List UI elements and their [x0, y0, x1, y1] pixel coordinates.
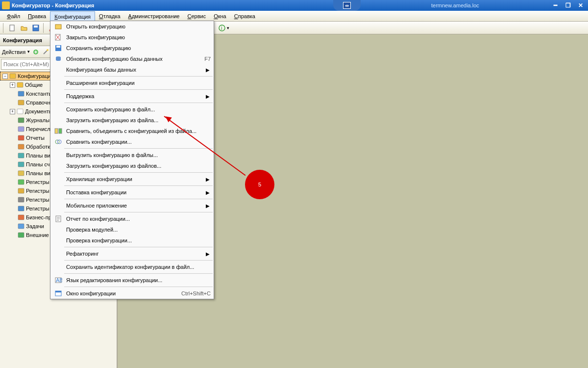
svg-rect-32: [18, 206, 24, 211]
info-button[interactable]: i: [217, 23, 227, 33]
menu-item[interactable]: Загрузить конфигурацию из файла...: [50, 115, 214, 126]
menu-item[interactable]: Сравнить, объединить с конфигурацией из …: [50, 126, 214, 136]
new-file-button[interactable]: [7, 23, 18, 33]
tree-item-label: Конфигурация: [18, 73, 54, 79]
menu-item[interactable]: Сохранить конфигурацию: [50, 43, 214, 53]
menu-item[interactable]: Сохранить конфигурацию в файл...: [50, 104, 214, 115]
tree-item-icon: [17, 213, 25, 221]
menu-отладка[interactable]: Отладка: [95, 11, 124, 21]
svg-text:i: i: [221, 25, 222, 31]
menu-item[interactable]: Окно конфигурацииCtrl+Shift+C: [50, 288, 214, 299]
tree-item-icon: [17, 116, 25, 124]
menu-item-icon: [53, 54, 63, 63]
save-button[interactable]: [30, 23, 41, 33]
menu-item[interactable]: Рефакторинг▶: [50, 248, 214, 259]
pin-icon[interactable]: ⇹: [343, 2, 351, 9]
tree-item-icon: [17, 178, 25, 186]
open-button[interactable]: [19, 23, 29, 33]
tree-item-label: Общие: [25, 82, 43, 88]
menu-item-label: Поставка конфигурации: [66, 189, 211, 195]
menu-item-icon: [53, 263, 63, 271]
menu-справка[interactable]: Справка: [230, 11, 259, 21]
menu-item[interactable]: Мобильное приложение▶: [50, 200, 214, 211]
menu-item-icon: [53, 225, 63, 234]
menu-item-icon: [53, 201, 63, 210]
menu-item-icon: [53, 44, 63, 53]
menu-shortcut: F7: [204, 56, 211, 62]
menu-item-label: Сравнить, объединить с конфигурацией из …: [66, 128, 211, 134]
app-icon: [2, 1, 10, 9]
svg-text:ABC: ABC: [56, 277, 62, 283]
menu-item[interactable]: Поставка конфигурации▶: [50, 187, 214, 198]
menu-item-label: Окно конфигурации: [66, 290, 176, 296]
menu-item-label: Обновить конфигурацию базы данных: [66, 56, 199, 62]
menu-item[interactable]: ABCЯзык редактирования конфигурации...: [50, 275, 214, 286]
menu-item[interactable]: Открыть конфигурацию: [50, 21, 214, 32]
tree-item-icon: [17, 134, 25, 142]
tree-item-icon: [16, 81, 24, 89]
menu-правка[interactable]: Правка: [24, 11, 50, 21]
svg-point-16: [47, 49, 49, 51]
actions-dropdown[interactable]: Действия ▼: [2, 49, 30, 55]
tree-item-label: Константы: [26, 91, 52, 97]
menu-item[interactable]: Конфигурация базы данных▶: [50, 64, 214, 75]
tree-item-label: Документы: [25, 108, 53, 114]
menu-separator: [64, 273, 213, 274]
expand-toggle[interactable]: +: [10, 82, 15, 88]
tree-item-icon: [17, 169, 25, 177]
menu-item[interactable]: Закрыть конфигурацию: [50, 32, 214, 43]
tree-item-icon: [17, 143, 25, 151]
menu-item[interactable]: Выгрузить конфигурацию в файлы...: [50, 150, 214, 160]
menu-item-label: Расширения конфигурации: [66, 80, 211, 86]
add-button[interactable]: [31, 48, 40, 56]
svg-rect-34: [18, 224, 24, 229]
menu-item-label: Мобильное приложение: [66, 203, 211, 209]
tree-item-icon: [17, 231, 25, 239]
menu-item-label: Проверка модулей...: [66, 227, 211, 233]
toolbar-grip: [3, 23, 5, 33]
menu-item[interactable]: Обновить конфигурацию базы данныхF7: [50, 53, 214, 64]
menu-item-icon: [53, 33, 63, 42]
tree-item-icon: [17, 205, 25, 212]
dropdown-arrow-icon[interactable]: ▾: [227, 26, 229, 30]
menu-item[interactable]: Расширения конфигурации: [50, 78, 214, 88]
svg-rect-36: [55, 25, 61, 29]
menu-item[interactable]: Загрузить конфигурацию из файлов...: [50, 160, 214, 171]
menu-файл[interactable]: Файл: [3, 11, 24, 21]
menu-separator: [64, 185, 213, 186]
menu-item-label: Язык редактирования конфигурации...: [66, 277, 211, 283]
menu-item-label: Сохранить конфигурацию: [66, 45, 211, 51]
minimize-button[interactable]: ━: [551, 2, 560, 9]
menu-item[interactable]: Отчет по конфигурации...: [50, 213, 214, 224]
menu-конфигурация[interactable]: Конфигурация: [50, 11, 95, 21]
menu-окна[interactable]: Окна: [210, 11, 230, 21]
menu-separator: [64, 76, 213, 77]
restore-button[interactable]: ❐: [564, 2, 572, 9]
menu-item[interactable]: Поддержка▶: [50, 91, 214, 102]
menu-item[interactable]: Сравнить конфигурации...: [50, 136, 214, 147]
menu-item-label: Выгрузить конфигурацию в файлы...: [66, 152, 211, 158]
menu-item[interactable]: Сохранить идентификатор конфигурации в ф…: [50, 262, 214, 272]
svg-rect-39: [56, 46, 60, 48]
menu-item-icon: [53, 214, 63, 223]
menu-item-label: Конфигурация базы данных: [66, 67, 211, 73]
svg-rect-24: [18, 135, 24, 140]
svg-rect-33: [18, 215, 24, 220]
window-controls: ━ ❐ ✕: [551, 2, 585, 9]
menu-администрирование[interactable]: Администрирование: [124, 11, 184, 21]
remote-session-tab[interactable]: ⇹: [333, 0, 361, 11]
svg-rect-28: [18, 171, 24, 176]
expand-toggle[interactable]: −: [2, 74, 8, 79]
expand-toggle[interactable]: +: [10, 109, 15, 114]
menu-item[interactable]: Хранилище конфигурации▶: [50, 174, 214, 184]
wand-button[interactable]: [41, 48, 50, 56]
menu-сервис[interactable]: Сервис: [183, 11, 210, 21]
menu-item[interactable]: Проверка модулей...: [50, 224, 214, 235]
menu-item-icon: [53, 175, 63, 184]
menu-separator: [64, 148, 213, 149]
menu-item-icon: ABC: [53, 276, 63, 285]
close-button[interactable]: ✕: [576, 2, 585, 9]
menu-item[interactable]: Проверка конфигурации...: [50, 235, 214, 246]
menu-item-label: Открыть конфигурацию: [66, 24, 211, 29]
tree-item-icon: [17, 196, 25, 204]
